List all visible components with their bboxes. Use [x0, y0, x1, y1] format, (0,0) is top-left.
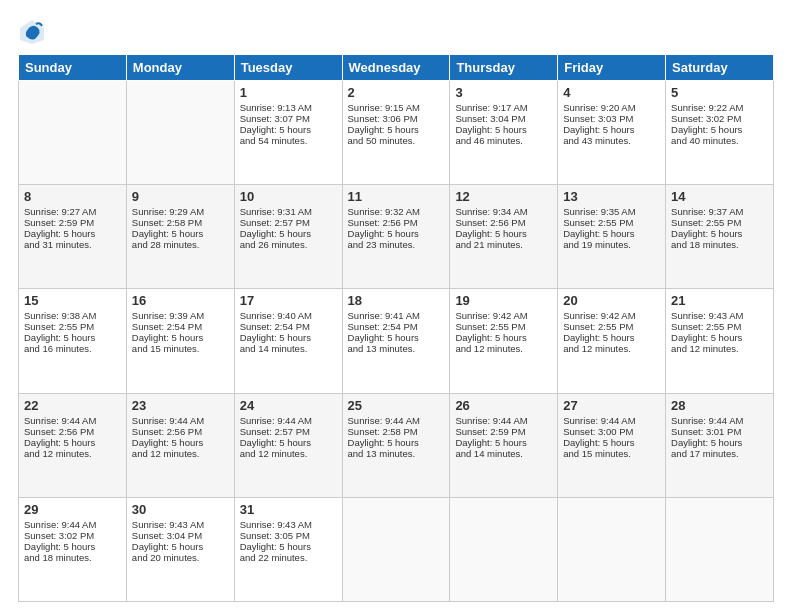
week-row: 15Sunrise: 9:38 AMSunset: 2:55 PMDayligh…: [19, 289, 774, 393]
day-number: 2: [348, 85, 445, 100]
day-number: 19: [455, 293, 552, 308]
table-cell: 30Sunrise: 9:43 AMSunset: 3:04 PMDayligh…: [126, 497, 234, 601]
table-cell: 16Sunrise: 9:39 AMSunset: 2:54 PMDayligh…: [126, 289, 234, 393]
table-cell: 10Sunrise: 9:31 AMSunset: 2:57 PMDayligh…: [234, 185, 342, 289]
table-cell: [19, 81, 127, 185]
week-row: 29Sunrise: 9:44 AMSunset: 3:02 PMDayligh…: [19, 497, 774, 601]
day-number: 29: [24, 502, 121, 517]
day-number: 20: [563, 293, 660, 308]
week-row: 8Sunrise: 9:27 AMSunset: 2:59 PMDaylight…: [19, 185, 774, 289]
day-number: 8: [24, 189, 121, 204]
table-cell: 17Sunrise: 9:40 AMSunset: 2:54 PMDayligh…: [234, 289, 342, 393]
table-cell: 9Sunrise: 9:29 AMSunset: 2:58 PMDaylight…: [126, 185, 234, 289]
day-number: 25: [348, 398, 445, 413]
table-cell: [558, 497, 666, 601]
col-monday: Monday: [126, 55, 234, 81]
day-number: 16: [132, 293, 229, 308]
col-sunday: Sunday: [19, 55, 127, 81]
day-number: 5: [671, 85, 768, 100]
day-number: 23: [132, 398, 229, 413]
table-cell: 18Sunrise: 9:41 AMSunset: 2:54 PMDayligh…: [342, 289, 450, 393]
day-number: 22: [24, 398, 121, 413]
table-cell: 2Sunrise: 9:15 AMSunset: 3:06 PMDaylight…: [342, 81, 450, 185]
col-friday: Friday: [558, 55, 666, 81]
table-cell: 3Sunrise: 9:17 AMSunset: 3:04 PMDaylight…: [450, 81, 558, 185]
day-number: 26: [455, 398, 552, 413]
table-cell: 1Sunrise: 9:13 AMSunset: 3:07 PMDaylight…: [234, 81, 342, 185]
day-number: 31: [240, 502, 337, 517]
col-thursday: Thursday: [450, 55, 558, 81]
day-number: 14: [671, 189, 768, 204]
day-number: 27: [563, 398, 660, 413]
table-cell: 5Sunrise: 9:22 AMSunset: 3:02 PMDaylight…: [666, 81, 774, 185]
logo: [18, 18, 50, 46]
table-cell: 27Sunrise: 9:44 AMSunset: 3:00 PMDayligh…: [558, 393, 666, 497]
table-cell: 13Sunrise: 9:35 AMSunset: 2:55 PMDayligh…: [558, 185, 666, 289]
table-cell: 31Sunrise: 9:43 AMSunset: 3:05 PMDayligh…: [234, 497, 342, 601]
table-cell: 15Sunrise: 9:38 AMSunset: 2:55 PMDayligh…: [19, 289, 127, 393]
table-cell: 22Sunrise: 9:44 AMSunset: 2:56 PMDayligh…: [19, 393, 127, 497]
table-cell: 4Sunrise: 9:20 AMSunset: 3:03 PMDaylight…: [558, 81, 666, 185]
table-cell: [126, 81, 234, 185]
table-cell: 14Sunrise: 9:37 AMSunset: 2:55 PMDayligh…: [666, 185, 774, 289]
table-cell: 25Sunrise: 9:44 AMSunset: 2:58 PMDayligh…: [342, 393, 450, 497]
table-cell: 21Sunrise: 9:43 AMSunset: 2:55 PMDayligh…: [666, 289, 774, 393]
day-number: 4: [563, 85, 660, 100]
table-cell: 12Sunrise: 9:34 AMSunset: 2:56 PMDayligh…: [450, 185, 558, 289]
col-wednesday: Wednesday: [342, 55, 450, 81]
day-number: 9: [132, 189, 229, 204]
day-number: 21: [671, 293, 768, 308]
table-cell: 23Sunrise: 9:44 AMSunset: 2:56 PMDayligh…: [126, 393, 234, 497]
week-row: 22Sunrise: 9:44 AMSunset: 2:56 PMDayligh…: [19, 393, 774, 497]
day-number: 28: [671, 398, 768, 413]
table-cell: 28Sunrise: 9:44 AMSunset: 3:01 PMDayligh…: [666, 393, 774, 497]
day-number: 13: [563, 189, 660, 204]
header: [18, 18, 774, 46]
header-row: Sunday Monday Tuesday Wednesday Thursday…: [19, 55, 774, 81]
day-number: 11: [348, 189, 445, 204]
day-number: 1: [240, 85, 337, 100]
day-number: 30: [132, 502, 229, 517]
table-cell: [342, 497, 450, 601]
table-cell: 24Sunrise: 9:44 AMSunset: 2:57 PMDayligh…: [234, 393, 342, 497]
week-row: 1Sunrise: 9:13 AMSunset: 3:07 PMDaylight…: [19, 81, 774, 185]
page: Sunday Monday Tuesday Wednesday Thursday…: [0, 0, 792, 612]
calendar-table: Sunday Monday Tuesday Wednesday Thursday…: [18, 54, 774, 602]
day-number: 15: [24, 293, 121, 308]
table-cell: 19Sunrise: 9:42 AMSunset: 2:55 PMDayligh…: [450, 289, 558, 393]
day-number: 12: [455, 189, 552, 204]
table-cell: [450, 497, 558, 601]
day-number: 10: [240, 189, 337, 204]
logo-icon: [18, 18, 46, 46]
table-cell: 8Sunrise: 9:27 AMSunset: 2:59 PMDaylight…: [19, 185, 127, 289]
day-number: 3: [455, 85, 552, 100]
table-cell: 11Sunrise: 9:32 AMSunset: 2:56 PMDayligh…: [342, 185, 450, 289]
table-cell: 20Sunrise: 9:42 AMSunset: 2:55 PMDayligh…: [558, 289, 666, 393]
day-number: 17: [240, 293, 337, 308]
day-number: 18: [348, 293, 445, 308]
day-number: 24: [240, 398, 337, 413]
col-tuesday: Tuesday: [234, 55, 342, 81]
table-cell: [666, 497, 774, 601]
col-saturday: Saturday: [666, 55, 774, 81]
table-cell: 29Sunrise: 9:44 AMSunset: 3:02 PMDayligh…: [19, 497, 127, 601]
table-cell: 26Sunrise: 9:44 AMSunset: 2:59 PMDayligh…: [450, 393, 558, 497]
